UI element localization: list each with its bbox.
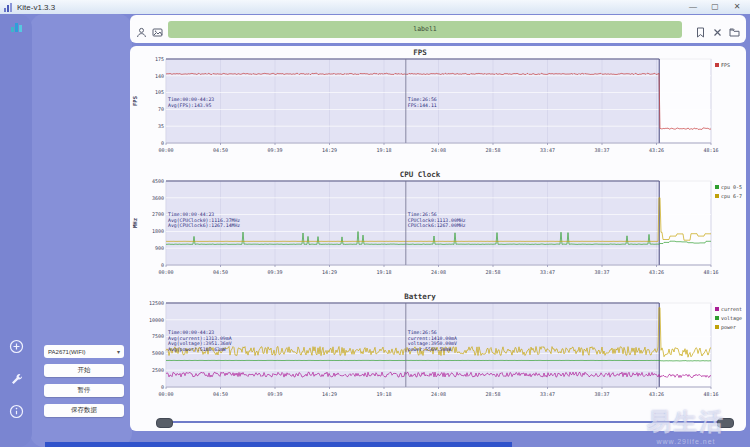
svg-text:33:47: 33:47	[540, 269, 555, 275]
svg-text:power:5569.50mW: power:5569.50mW	[408, 347, 451, 352]
svg-text:Time:26:56: Time:26:56	[408, 97, 437, 102]
svg-text:43:26: 43:26	[649, 391, 664, 397]
save-data-button[interactable]: 保存数据	[44, 404, 124, 417]
minimize-button[interactable]: —	[686, 1, 700, 13]
svg-text:cpu 6-7: cpu 6-7	[721, 193, 742, 200]
svg-text:FPS: FPS	[721, 62, 730, 68]
svg-text:28:58: 28:58	[485, 391, 500, 397]
svg-text:09:39: 09:39	[267, 269, 282, 275]
svg-text:CPUClock6:1267.00MHz: CPUClock6:1267.00MHz	[408, 223, 466, 228]
svg-text:04:50: 04:50	[213, 147, 228, 153]
wrench-icon[interactable]	[9, 372, 24, 387]
chart-battery[interactable]: Battery0250050007500100001250000:0004:50…	[130, 290, 746, 412]
svg-text:cpu 0-5: cpu 0-5	[721, 184, 742, 191]
app-window: PA2671(WIFI) ▾ 开始 暂停 保存数据 label1 FPS0	[0, 14, 750, 447]
svg-text:04:50: 04:50	[213, 391, 228, 397]
svg-text:0: 0	[161, 262, 164, 268]
svg-text:28:58: 28:58	[485, 147, 500, 153]
svg-text:current: current	[721, 306, 742, 312]
clear-icon[interactable]	[712, 24, 723, 35]
svg-text:24:08: 24:08	[431, 147, 446, 153]
svg-text:04:50: 04:50	[213, 269, 228, 275]
bottom-strip	[45, 442, 512, 447]
device-select-value: PA2671(WIFI)	[48, 349, 86, 355]
bookmark-icon[interactable]	[695, 24, 706, 35]
sidebar	[30, 14, 132, 447]
device-select[interactable]: PA2671(WIFI) ▾	[44, 345, 124, 358]
svg-text:current:1410.00mA: current:1410.00mA	[408, 336, 457, 341]
timeline-slider	[130, 414, 746, 430]
svg-text:43:26: 43:26	[649, 269, 664, 275]
svg-text:1800: 1800	[152, 228, 164, 234]
svg-text:900: 900	[155, 245, 164, 251]
svg-text:3600: 3600	[152, 195, 164, 201]
svg-text:Time:00:00-44:23: Time:00:00-44:23	[168, 330, 214, 335]
svg-text:19:18: 19:18	[376, 147, 391, 153]
folder-icon[interactable]	[729, 24, 740, 35]
icon-rail	[0, 14, 32, 447]
chart-cpu-clock[interactable]: CPU Clock0900180027003600450000:0004:500…	[130, 168, 746, 290]
image-icon[interactable]	[152, 24, 163, 35]
svg-text:33:47: 33:47	[540, 391, 555, 397]
svg-text:MHz: MHz	[132, 218, 138, 228]
charts-panel: FPS0357010514017500:0004:5009:3914:2919:…	[130, 46, 746, 431]
slider-handle-right[interactable]	[717, 418, 734, 428]
svg-text:19:18: 19:18	[376, 391, 391, 397]
svg-text:4500: 4500	[152, 178, 164, 184]
svg-text:7500: 7500	[152, 333, 164, 339]
svg-text:09:39: 09:39	[267, 147, 282, 153]
svg-text:35: 35	[158, 123, 164, 129]
svg-text:00:00: 00:00	[158, 269, 173, 275]
svg-text:FPS: FPS	[413, 48, 427, 57]
info-icon[interactable]	[9, 404, 24, 419]
svg-text:175: 175	[155, 56, 164, 62]
svg-text:CPUClock0:1113.00MHz: CPUClock0:1113.00MHz	[408, 218, 466, 223]
svg-text:Time:26:56: Time:26:56	[408, 212, 437, 217]
svg-text:Time:26:56: Time:26:56	[408, 330, 437, 335]
svg-text:00:00: 00:00	[158, 391, 173, 397]
top-toolbar: label1	[130, 15, 746, 43]
start-button[interactable]: 开始	[44, 364, 124, 377]
session-label-field[interactable]: label1	[168, 21, 682, 38]
chart-fps[interactable]: FPS0357010514017500:0004:5009:3914:2919:…	[130, 46, 746, 168]
svg-text:38:37: 38:37	[594, 391, 609, 397]
svg-text:2700: 2700	[152, 211, 164, 217]
svg-text:12500: 12500	[149, 300, 164, 306]
svg-text:5000: 5000	[152, 350, 164, 356]
window-titlebar: Kite-v1.3.3 — ▢ ✕	[0, 0, 750, 15]
maximize-button[interactable]: ▢	[708, 1, 722, 13]
svg-text:14:29: 14:29	[322, 391, 337, 397]
svg-text:09:39: 09:39	[267, 391, 282, 397]
svg-text:power: power	[721, 324, 736, 331]
svg-text:CPU Clock: CPU Clock	[400, 170, 441, 179]
svg-text:140: 140	[155, 73, 164, 79]
svg-text:48:16: 48:16	[703, 269, 718, 275]
svg-text:FPS:144.11: FPS:144.11	[408, 103, 437, 108]
slider-handle-left[interactable]	[156, 418, 173, 428]
svg-text:Time:00:00-44:23: Time:00:00-44:23	[168, 212, 214, 217]
add-icon[interactable]	[9, 339, 24, 354]
svg-text:0: 0	[161, 384, 164, 390]
svg-text:48:16: 48:16	[703, 391, 718, 397]
svg-text:28:58: 28:58	[485, 269, 500, 275]
app-icon	[4, 3, 14, 12]
svg-text:10000: 10000	[149, 317, 164, 323]
svg-text:43:26: 43:26	[649, 147, 664, 153]
svg-text:24:08: 24:08	[431, 269, 446, 275]
svg-text:00:00: 00:00	[158, 147, 173, 153]
svg-text:33:47: 33:47	[540, 147, 555, 153]
close-button[interactable]: ✕	[730, 1, 744, 13]
app-logo-icon	[9, 19, 24, 34]
svg-text:Time:00:00-44:23: Time:00:00-44:23	[168, 97, 214, 102]
pause-button[interactable]: 暂停	[44, 384, 124, 397]
svg-text:FPS: FPS	[132, 96, 138, 106]
chevron-down-icon: ▾	[117, 348, 120, 355]
svg-text:48:16: 48:16	[703, 147, 718, 153]
svg-text:voltage: voltage	[721, 315, 742, 322]
svg-text:24:08: 24:08	[431, 391, 446, 397]
slider-track[interactable]	[166, 421, 720, 423]
watermark-subtext: www.29life.net	[626, 438, 746, 445]
svg-text:14:29: 14:29	[322, 147, 337, 153]
svg-text:38:37: 38:37	[594, 269, 609, 275]
user-icon[interactable]	[136, 24, 147, 35]
